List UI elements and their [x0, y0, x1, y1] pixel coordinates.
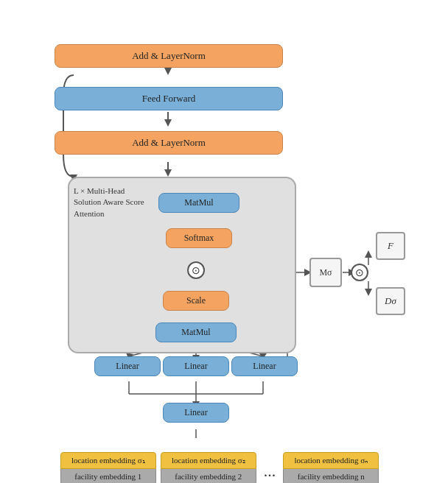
dots-separator: ... — [261, 462, 279, 481]
svg-marker-3 — [164, 119, 172, 127]
location-embedding-2: location embedding σ₂ — [161, 452, 256, 469]
add-layernorm-bottom-box: Add & LayerNorm — [55, 131, 283, 155]
facility-embedding-2: facility embedding 2 — [161, 469, 256, 483]
hadamard-circle: ⊙ — [187, 261, 205, 279]
matmul-top-box: MatMul — [158, 193, 239, 213]
matmul-bottom-box: MatMul — [155, 322, 237, 342]
D-sigma-box: Dσ — [376, 287, 405, 315]
feed-forward-box: Feed Forward — [55, 87, 283, 110]
softmax-box: Softmax — [166, 228, 232, 248]
add-layernorm-top-box: Add & LayerNorm — [55, 44, 283, 68]
F-box: F — [376, 232, 405, 260]
svg-marker-44 — [365, 289, 372, 296]
facility-embedding-n: facility embedding n — [283, 469, 379, 483]
scale-box: Scale — [163, 291, 229, 311]
m-sigma-box: Mσ — [309, 258, 342, 287]
linear-q-box: Linear — [163, 356, 229, 376]
facility-embedding-1: facility embedding 1 — [60, 469, 156, 483]
svg-marker-5 — [164, 169, 172, 177]
embedding-group-n: location embedding σₙ facility embedding… — [283, 452, 379, 483]
linear-k-box: Linear — [94, 356, 161, 376]
location-embedding-n: location embedding σₙ — [283, 452, 379, 469]
embedding-group-1: location embedding σ₁ facility embedding… — [60, 452, 156, 483]
circle-dot-right: ⊙ — [351, 264, 368, 281]
attention-label: L × Multi-Head Solution Aware Score Atte… — [74, 186, 147, 219]
svg-marker-42 — [365, 250, 372, 258]
linear-bottom-box: Linear — [163, 403, 229, 423]
location-embedding-1: location embedding σ₁ — [60, 452, 156, 469]
linear-v-box: Linear — [231, 356, 298, 376]
embedding-group-2: location embedding σ₂ facility embedding… — [161, 452, 256, 483]
embeddings-section: location embedding σ₁ facility embedding… — [21, 452, 419, 483]
diagram-wrapper: Add & LayerNorm Feed Forward Add & Layer… — [0, 0, 448, 483]
svg-marker-1 — [164, 68, 172, 75]
